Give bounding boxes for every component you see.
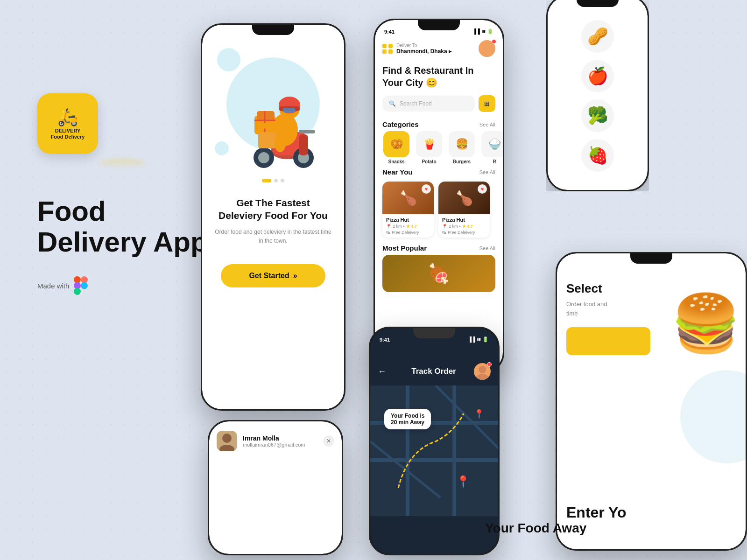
search-placeholder: Search Food: [400, 100, 432, 107]
phone-right-top-notch: [418, 20, 460, 30]
dot-1: [262, 179, 271, 182]
left-section: 🛵 DELIVERY Food Delivery Food Delivery A…: [37, 93, 208, 295]
destination-pin: 📍: [456, 475, 470, 488]
most-popular-preview: 🍖: [382, 255, 495, 292]
deliver-to-block: Deliver To Dhanmondi, Dhaka ▸: [396, 43, 451, 55]
near-you-see-all[interactable]: See All: [479, 169, 495, 175]
restaurant-distance-2: 2 km: [449, 224, 458, 229]
user-email: mollaimran067@gmail.com: [243, 442, 317, 448]
filter-button[interactable]: ⊞: [479, 95, 495, 112]
svg-rect-28: [370, 385, 498, 516]
category-potato[interactable]: 🍟 Potato: [415, 131, 443, 164]
categories-row: 🥨 Snacks 🍟 Potato 🍔 Burgers 🍚 R: [375, 131, 503, 164]
restaurant-name-1: Pizza Hut: [386, 217, 430, 223]
close-button[interactable]: ✕: [323, 435, 334, 447]
categories-header: Categories See All: [375, 117, 503, 131]
svg-point-4: [81, 282, 88, 289]
map-area: Your Food is20 min Away 📍 📍: [370, 385, 498, 516]
title-line2: Delivery App: [37, 227, 208, 258]
yellow-cta-block[interactable]: [566, 327, 650, 355]
grid-dot-4: [388, 49, 393, 54]
app-icon: 🛵 DELIVERY Food Delivery: [37, 93, 98, 154]
phone-center-screen: Get The FastestDeleviery Food For You Or…: [202, 25, 344, 409]
categories-see-all[interactable]: See All: [479, 122, 495, 127]
svg-point-23: [275, 135, 286, 152]
source-pin: 📍: [474, 409, 484, 419]
grid-dot-3: [382, 49, 387, 54]
phone-right-top: 9:41 ▐▐ ≋ 🔋 Deliver To Dhanmondi, Dhaka …: [374, 19, 504, 373]
onboarding-subtitle: Order food and get deleviery in the fast…: [213, 228, 333, 245]
restaurant-meta-2: 📍 2 km • ★ 4.7: [442, 224, 486, 229]
category-potato-label: Potato: [422, 159, 436, 164]
restaurant-info-1: Pizza Hut 📍 2 km • ★ 4.7 🛍 Free Deleiver…: [382, 214, 434, 238]
status-icons: ▐▐ ≋ 🔋: [472, 28, 493, 35]
get-started-button[interactable]: Get Started »: [221, 264, 325, 287]
category-snacks[interactable]: 🥨 Snacks: [382, 131, 410, 164]
heart-icon-2[interactable]: ♥: [478, 184, 487, 194]
near-you-header: Near You See All: [375, 164, 503, 179]
near-you-title: Near You: [382, 168, 412, 176]
grid-dot-1: [382, 44, 387, 48]
restaurant-img-2: 🍗 ♥: [438, 182, 490, 214]
delivery-label-1: Free Deleivery: [392, 230, 419, 235]
grid-icon[interactable]: [382, 44, 393, 54]
svg-point-26: [479, 366, 486, 373]
category-snacks-icon: 🥨: [383, 131, 409, 157]
enter-yo-text: Enter Yo: [566, 504, 627, 521]
category-potato-icon: 🍟: [416, 131, 442, 157]
restaurant-delivery-2: 🛍 Free Deleivery: [442, 230, 486, 235]
category-burgers[interactable]: 🍔 Burgers: [448, 131, 476, 164]
far-right-bottom-notch: [630, 253, 672, 264]
app-icon-label-bottom: Food Delivery: [51, 134, 85, 140]
restaurant-info-2: Pizza Hut 📍 2 km • ★ 4.7 🛍 Free Deleiver…: [438, 214, 490, 238]
category-rice[interactable]: 🍚 R: [480, 131, 503, 164]
svg-point-36: [219, 445, 234, 451]
food-item-strawberry: 🍓: [581, 139, 614, 172]
separator-1: •: [403, 224, 405, 229]
onboarding-screen: Get The FastestDeleviery Food For You Or…: [202, 25, 344, 287]
onboarding-text-block: Get The FastestDeleviery Food For You Or…: [202, 196, 344, 264]
dots-indicator: [262, 179, 284, 182]
app-icon-reflection: [99, 159, 146, 168]
svg-rect-22: [258, 132, 276, 148]
search-box[interactable]: 🔍 Search Food: [382, 96, 475, 112]
most-popular-title: Most Popular: [382, 244, 427, 252]
deliver-location: Dhanmondi, Dhaka ▸: [396, 48, 451, 55]
select-content: Select Order food andtime 🍔 Enter Yo: [557, 281, 746, 355]
most-popular-see-all[interactable]: See All: [479, 245, 495, 251]
food-item-broccoli: 🥦: [581, 99, 614, 132]
user-info-block: Imran Molla mollaimran067@gmail.com: [243, 434, 317, 448]
app-icon-label-top: DELIVERY: [51, 128, 85, 134]
phone-far-right-top: 🥜 🍎 🥦 🍓: [546, 0, 649, 191]
heart-icon-1[interactable]: ♥: [422, 184, 431, 194]
find-title: Find & Restaurant InYour City 😊: [375, 61, 503, 91]
popular-food-emoji: 🍖: [427, 263, 451, 285]
food-item-apple: 🍎: [581, 60, 614, 92]
restaurant-card-2[interactable]: 🍗 ♥ Pizza Hut 📍 2 km • ★ 4.7 🛍 Free Dele…: [438, 182, 490, 238]
restaurant-card-1[interactable]: 🍗 ♥ Pizza Hut 📍 2 km • ★ 4.7 🛍 Free Dele…: [382, 182, 434, 238]
bag-icon-1: 🛍: [386, 230, 390, 235]
get-started-label: Get Started: [249, 272, 289, 280]
delivery-label-2: Free Deleivery: [448, 230, 475, 235]
category-snacks-label: Snacks: [388, 159, 404, 164]
category-burgers-label: Burgers: [453, 159, 471, 164]
title-line1: Food: [37, 196, 208, 227]
restaurant-meta-1: 📍 2 km • ★ 4.7: [386, 224, 430, 229]
phone-right-top-screen: 9:41 ▐▐ ≋ 🔋 Deliver To Dhanmondi, Dhaka …: [375, 20, 503, 372]
food-items-list: 🥜 🍎 🥦 🍓: [581, 20, 614, 172]
filter-icon: ⊞: [484, 100, 490, 107]
back-button[interactable]: ←: [378, 367, 386, 377]
track-time: 9:41: [380, 337, 390, 343]
onboarding-title: Get The FastestDeleviery Food For You: [213, 196, 333, 222]
category-rice-icon: 🍚: [481, 131, 503, 157]
track-status-icons: ▐▐ ≋ 🔋: [468, 336, 489, 343]
made-with-row: Made with: [37, 276, 208, 295]
track-avatar-wrapper: [474, 363, 491, 380]
chat-screen: Imran Molla mollaimran067@gmail.com ✕: [209, 421, 342, 554]
onboarding-illustration: [212, 43, 334, 174]
dot-2: [274, 179, 278, 182]
made-with-label: Made with: [37, 282, 69, 290]
figma-icon: [74, 276, 88, 295]
track-title: Track Order: [394, 367, 474, 376]
near-you-grid: 🍗 ♥ Pizza Hut 📍 2 km • ★ 4.7 🛍 Free Dele…: [375, 179, 503, 240]
